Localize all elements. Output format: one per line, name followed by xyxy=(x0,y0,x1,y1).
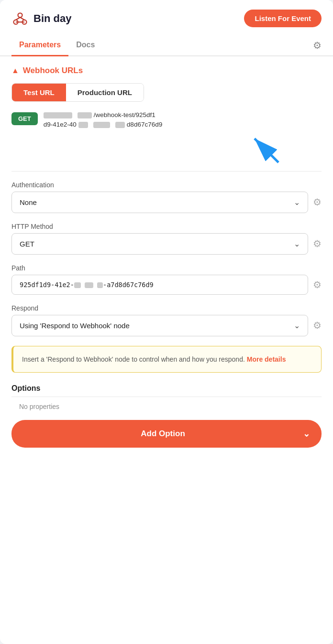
path-gear-icon[interactable]: ⚙ xyxy=(313,279,322,290)
respond-chevron-icon: ⌄ xyxy=(294,321,300,330)
url-blur-3 xyxy=(78,122,88,128)
info-box: Insert a 'Respond to Webhook' node to co… xyxy=(11,346,322,373)
svg-line-3 xyxy=(16,17,20,20)
authentication-value: None xyxy=(20,198,37,206)
path-blur-1 xyxy=(74,282,81,288)
http-method-select[interactable]: GET ⌄ xyxy=(11,233,308,255)
url-blur-1 xyxy=(44,112,72,118)
path-label: Path xyxy=(11,264,322,272)
respond-select[interactable]: Using 'Respond to Webhook' node ⌄ xyxy=(11,315,308,336)
app-title: Bin day xyxy=(33,12,71,25)
header-left: Bin day xyxy=(11,10,71,27)
add-option-label: Add Option xyxy=(23,429,303,439)
http-method-row: GET ⌄ ⚙ xyxy=(11,233,322,255)
respond-label: Respond xyxy=(11,304,322,312)
main-tabs: Parameters Docs ⚙ xyxy=(0,35,333,56)
path-blur-2 xyxy=(85,282,93,288)
tab-docs[interactable]: Docs xyxy=(68,35,102,56)
url-blur-4 xyxy=(93,122,110,128)
section-divider xyxy=(11,171,322,172)
webhook-section-header: ▲ Webhook URLs xyxy=(11,66,322,75)
header: Bin day Listen For Event xyxy=(0,0,333,35)
svg-line-4 xyxy=(20,17,24,20)
app-logo xyxy=(11,10,29,27)
listen-for-event-button[interactable]: Listen For Event xyxy=(244,10,322,27)
http-method-chevron-icon: ⌄ xyxy=(294,239,300,248)
respond-gear-icon[interactable]: ⚙ xyxy=(313,320,322,331)
webhook-section-title: Webhook URLs xyxy=(23,66,83,75)
url-uuid-start: d9-41e2-40 xyxy=(44,121,77,128)
url-tabs: Test URL Production URL xyxy=(11,83,144,102)
options-title: Options xyxy=(11,384,322,397)
more-details-link[interactable]: More details xyxy=(247,355,286,363)
path-group: Path 925df1d9-41e2- -a7d8d67c76d9 ⚙ xyxy=(11,264,322,295)
authentication-row: None ⌄ ⚙ xyxy=(11,192,322,213)
url-uuid-end: d8d67c76d9 xyxy=(127,121,162,128)
http-method-label: HTTP Method xyxy=(11,223,322,230)
blue-arrow-icon xyxy=(245,134,283,167)
production-url-tab[interactable]: Production URL xyxy=(66,84,144,101)
path-row: 925df1d9-41e2- -a7d8d67c76d9 ⚙ xyxy=(11,275,322,295)
webhook-url-text: /webhook-test/925df1 d9-41e2-40 d8d67c76… xyxy=(44,110,162,130)
http-method-group: HTTP Method GET ⌄ ⚙ xyxy=(11,223,322,255)
no-properties-text: No properties xyxy=(19,403,322,410)
body: ▲ Webhook URLs Test URL Production URL G… xyxy=(0,56,333,644)
respond-row: Using 'Respond to Webhook' node ⌄ ⚙ xyxy=(11,315,322,336)
path-input[interactable]: 925df1d9-41e2- -a7d8d67c76d9 xyxy=(11,275,308,295)
svg-line-7 xyxy=(255,139,278,162)
section-chevron-icon: ▲ xyxy=(11,66,19,75)
authentication-select[interactable]: None ⌄ xyxy=(11,192,308,213)
svg-point-0 xyxy=(18,13,22,17)
respond-group: Respond Using 'Respond to Webhook' node … xyxy=(11,304,322,336)
add-option-button[interactable]: Add Option ⌄ xyxy=(11,420,322,448)
http-method-gear-icon[interactable]: ⚙ xyxy=(313,238,322,249)
info-box-text: Insert a 'Respond to Webhook' node to co… xyxy=(22,355,245,363)
tabs-left: Parameters Docs xyxy=(11,35,102,55)
url-blur-5 xyxy=(115,122,125,128)
add-option-chevron-icon: ⌄ xyxy=(303,429,310,439)
http-method-value: GET xyxy=(20,240,34,248)
url-path: /webhook-test/925df1 xyxy=(94,111,155,118)
settings-icon[interactable]: ⚙ xyxy=(313,40,322,51)
tab-parameters[interactable]: Parameters xyxy=(11,35,68,56)
url-blur-2 xyxy=(78,112,92,118)
authentication-label: Authentication xyxy=(11,181,322,189)
arrow-annotation xyxy=(11,139,322,167)
path-value-start: 925df1d9-41e2- xyxy=(20,281,74,289)
http-method-badge: GET xyxy=(11,112,38,125)
test-url-tab[interactable]: Test URL xyxy=(12,84,66,101)
authentication-chevron-icon: ⌄ xyxy=(294,198,300,207)
authentication-gear-icon[interactable]: ⚙ xyxy=(313,196,322,208)
path-value-end: -a7d8d67c76d9 xyxy=(103,281,154,289)
options-section: Options No properties Add Option ⌄ xyxy=(11,384,322,448)
respond-value: Using 'Respond to Webhook' node xyxy=(20,322,130,330)
path-blur-3 xyxy=(97,282,103,288)
webhook-url-row: GET /webhook-test/925df1 d9-41e2-40 d8d6… xyxy=(11,110,322,130)
authentication-group: Authentication None ⌄ ⚙ xyxy=(11,181,322,213)
